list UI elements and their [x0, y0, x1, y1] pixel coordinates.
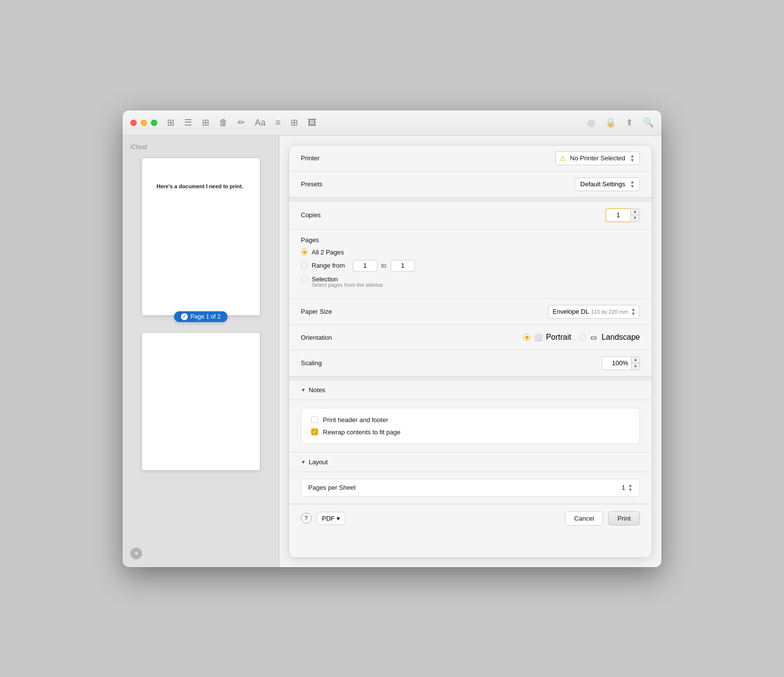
selection-hint: Select pages from the sidebar	[312, 282, 383, 288]
section-divider-2	[289, 376, 652, 380]
dialog-box: Printer ⚠ No Printer Selected ▲ ▼	[289, 146, 652, 557]
pages-per-sheet-label: Pages per Sheet	[308, 484, 356, 491]
portrait-label: Portrait	[546, 333, 571, 342]
close-button[interactable]	[130, 120, 137, 126]
copies-row: Copies ▲ ▼	[301, 208, 640, 222]
portrait-icon: ⬜	[533, 332, 543, 342]
help-button[interactable]: ?	[301, 513, 312, 524]
rewrap-row[interactable]: Rewrap contents to fit page	[311, 428, 630, 436]
layout-body: Pages per Sheet 1 ▲ ▼	[289, 472, 652, 504]
pages-selection-row[interactable]: Selection Select pages from the sidebar	[301, 276, 640, 288]
paper-size-selector[interactable]: Envelope DL 110 by 220 mm ▲ ▼	[548, 305, 640, 319]
printer-stepper[interactable]: ▲ ▼	[630, 154, 635, 163]
add-page-button[interactable]: +	[130, 548, 142, 559]
presets-row: Presets Default Settings ▲ ▼	[289, 172, 652, 198]
doc-text: Here's a document I need to print.	[157, 183, 250, 190]
collaborate-icon[interactable]: ◎	[588, 117, 595, 128]
landscape-option[interactable]: ▭ Landscape	[579, 332, 640, 342]
paper-size-dimensions: 110 by 220 mm	[591, 309, 628, 315]
range-inputs: to	[353, 260, 415, 272]
printer-label: Printer	[301, 154, 360, 162]
scaling-input-wrap: ▲ ▼	[602, 356, 640, 370]
rewrap-checkbox[interactable]	[311, 428, 318, 435]
landscape-icon: ▭	[589, 332, 599, 342]
orientation-options: ⬜ Portrait ▭ Landscape	[523, 332, 640, 342]
presets-stepper[interactable]: ▲ ▼	[630, 180, 635, 189]
search-icon[interactable]: 🔍	[643, 117, 654, 128]
list-view-icon[interactable]: ☰	[184, 117, 192, 128]
presets-down-arrow[interactable]: ▼	[630, 184, 635, 189]
grid-view-icon[interactable]: ⊞	[202, 117, 209, 128]
range-from-input[interactable]	[353, 260, 377, 272]
print-header-row[interactable]: Print header and footer	[311, 416, 630, 424]
sidebar-header: iCloud	[128, 144, 147, 150]
range-to-input[interactable]	[391, 260, 415, 272]
paper-size-down-arrow[interactable]: ▼	[631, 312, 636, 316]
scaling-stepper: ▲ ▼	[631, 356, 640, 370]
mac-window: ⊞ ☰ ⊞ 🗑 ✏ Aa ≡ ⊞ 🖼 ◎ 🔒 ⬆ 🔍 iCloud Here's…	[122, 110, 662, 567]
copies-up-button[interactable]: ▲	[631, 209, 639, 216]
pages-range-radio[interactable]	[301, 262, 308, 269]
app-content: iCloud Here's a document I need to print…	[122, 136, 662, 567]
layout-header[interactable]: ▼ Layout	[289, 452, 652, 472]
pages-range-row[interactable]: Range from to	[301, 260, 640, 272]
cancel-button[interactable]: Cancel	[565, 511, 603, 526]
printer-selector[interactable]: ⚠ No Printer Selected ▲ ▼	[555, 151, 640, 165]
pages-per-sheet-control: 1 ▲ ▼	[622, 483, 633, 492]
page-preview-1[interactable]: Here's a document I need to print. Page …	[142, 158, 260, 315]
notes-collapse-icon: ▼	[301, 387, 306, 393]
table-icon[interactable]: ⊞	[291, 117, 298, 128]
minimize-button[interactable]	[141, 120, 147, 126]
notes-body: Print header and footer Rewrap contents …	[289, 400, 652, 452]
page-badge: Page 1 of 2	[174, 311, 227, 322]
font-icon[interactable]: Aa	[255, 118, 266, 128]
printer-control: ⚠ No Printer Selected ▲ ▼	[555, 151, 640, 165]
page-badge-check-icon	[181, 313, 188, 320]
print-header-checkbox[interactable]	[311, 416, 318, 423]
sidebar-toggle-icon[interactable]: ⊞	[167, 117, 174, 128]
image-icon[interactable]: 🖼	[308, 118, 317, 128]
notes-title: Notes	[309, 386, 325, 394]
paper-size-control: Envelope DL 110 by 220 mm ▲ ▼	[548, 305, 640, 319]
landscape-radio[interactable]	[579, 334, 586, 341]
print-button[interactable]: Print	[608, 511, 640, 526]
copies-input[interactable]	[606, 208, 630, 222]
pages-all-row[interactable]: All 2 Pages	[301, 249, 640, 256]
title-bar: ⊞ ☰ ⊞ 🗑 ✏ Aa ≡ ⊞ 🖼 ◎ 🔒 ⬆ 🔍	[122, 110, 662, 136]
toolbar-icons: ⊞ ☰ ⊞ 🗑 ✏ Aa ≡ ⊞ 🖼	[167, 117, 317, 128]
pages-per-sheet-row: Pages per Sheet 1 ▲ ▼	[301, 479, 640, 497]
presets-selector[interactable]: Default Settings ▲ ▼	[575, 177, 640, 191]
pages-all-radio[interactable]	[301, 249, 308, 255]
scaling-label: Scaling	[301, 359, 360, 367]
edit-icon[interactable]: ✏	[238, 117, 245, 128]
orientation-label: Orientation	[301, 334, 360, 341]
pps-down-arrow[interactable]: ▼	[628, 488, 633, 492]
share-icon[interactable]: ⬆	[626, 117, 633, 128]
notes-header[interactable]: ▼ Notes	[289, 380, 652, 400]
pdf-label: PDF	[322, 515, 335, 522]
pps-stepper[interactable]: ▲ ▼	[628, 483, 633, 492]
pdf-arrow-icon: ▾	[337, 515, 340, 522]
page-preview-2[interactable]	[142, 333, 260, 470]
scaling-down-button[interactable]: ▼	[632, 363, 639, 370]
indent-icon[interactable]: ≡	[275, 118, 281, 128]
copies-down-button[interactable]: ▼	[631, 215, 639, 222]
delete-icon[interactable]: 🗑	[219, 118, 228, 128]
portrait-option[interactable]: ⬜ Portrait	[523, 332, 571, 342]
maximize-button[interactable]	[151, 120, 157, 126]
scaling-control: ▲ ▼	[602, 356, 640, 370]
scaling-up-button[interactable]: ▲	[632, 357, 639, 364]
pages-range-label: Range from	[312, 262, 345, 269]
footer-right: Cancel Print	[565, 511, 640, 526]
pages-selection-radio[interactable]	[301, 276, 308, 282]
paper-size-stepper[interactable]: ▲ ▼	[631, 307, 636, 316]
pdf-button[interactable]: PDF ▾	[317, 512, 345, 525]
orientation-row: Orientation ⬜ Portrait ▭ Landscap	[289, 325, 652, 351]
portrait-radio[interactable]	[523, 334, 530, 341]
layout-title: Layout	[309, 458, 328, 466]
toolbar-right: ◎ 🔒 ⬆ 🔍	[588, 117, 654, 128]
lock-icon[interactable]: 🔒	[605, 117, 616, 128]
printer-down-arrow[interactable]: ▼	[630, 158, 635, 163]
scaling-input[interactable]	[602, 356, 631, 370]
paper-size-value: Envelope DL	[553, 308, 589, 315]
